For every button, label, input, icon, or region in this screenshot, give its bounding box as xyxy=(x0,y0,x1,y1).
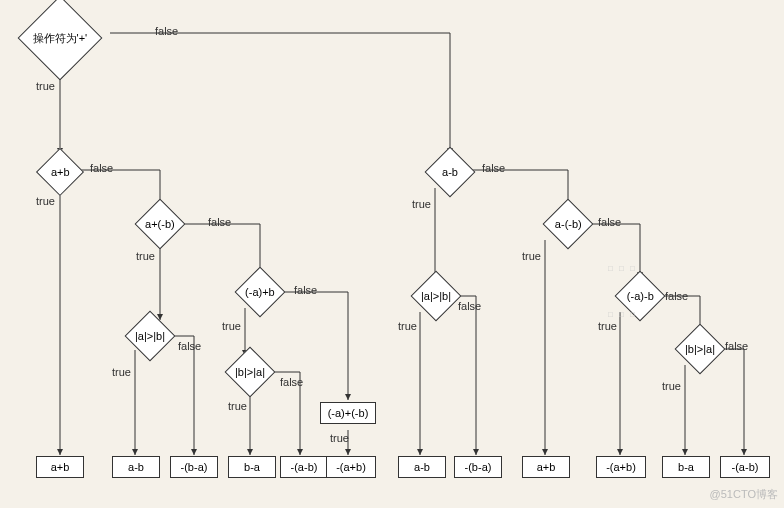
result-r2: a-b xyxy=(112,456,160,478)
label-false: false xyxy=(725,340,748,352)
label-false: false xyxy=(90,162,113,174)
result-r6: -(a+b) xyxy=(326,456,376,478)
label-false: false xyxy=(598,216,621,228)
label-false: false xyxy=(155,25,178,37)
selection-handles: □ □ □ xyxy=(608,264,637,273)
label-false: false xyxy=(458,300,481,312)
result-r12: -(a-b) xyxy=(720,456,770,478)
label-true: true xyxy=(222,320,241,332)
result-r4: b-a xyxy=(228,456,276,478)
decision-nega-plus-negb: (-a)+(-b) xyxy=(320,402,376,424)
label-true: true xyxy=(398,320,417,332)
result-r5: -(a-b) xyxy=(280,456,328,478)
label-false: false xyxy=(280,376,303,388)
label-true: true xyxy=(330,432,349,444)
label-true: true xyxy=(36,195,55,207)
selection-handles: □ □ □ xyxy=(608,310,637,319)
label-false: false xyxy=(208,216,231,228)
result-r1: a+b xyxy=(36,456,84,478)
result-r11: b-a xyxy=(662,456,710,478)
label-true: true xyxy=(598,320,617,332)
result-r3: -(b-a) xyxy=(170,456,218,478)
label-true: true xyxy=(36,80,55,92)
flow-edges xyxy=(0,0,784,508)
label-false: false xyxy=(482,162,505,174)
label-true: true xyxy=(522,250,541,262)
watermark: @51CTO博客 xyxy=(710,487,778,502)
result-r8: -(b-a) xyxy=(454,456,502,478)
result-r10: -(a+b) xyxy=(596,456,646,478)
label-true: true xyxy=(136,250,155,262)
label-true: true xyxy=(112,366,131,378)
label-true: true xyxy=(228,400,247,412)
result-r7: a-b xyxy=(398,456,446,478)
label-false: false xyxy=(294,284,317,296)
label-true: true xyxy=(412,198,431,210)
label-false: false xyxy=(178,340,201,352)
label-true: true xyxy=(662,380,681,392)
result-r9: a+b xyxy=(522,456,570,478)
label-false: false xyxy=(665,290,688,302)
